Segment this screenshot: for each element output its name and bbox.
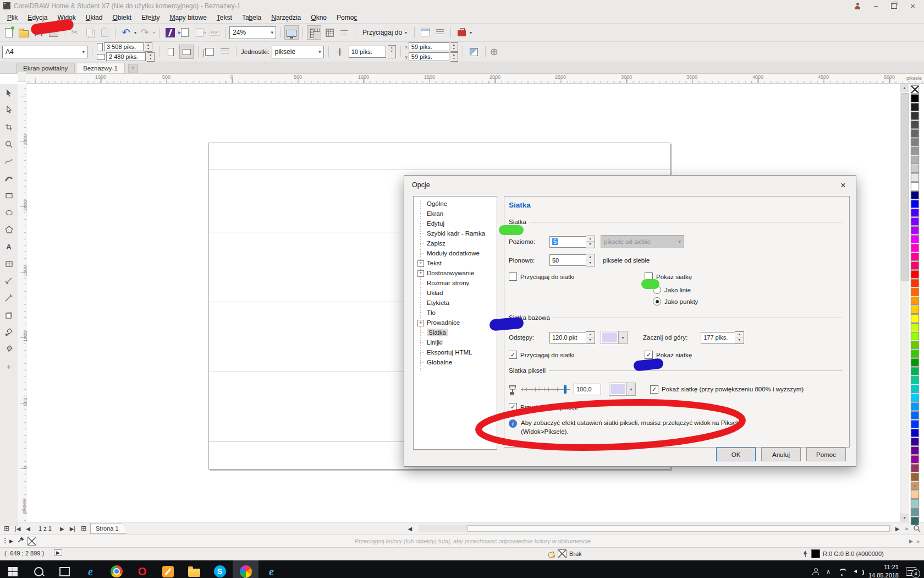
cancel-button[interactable]: Anuluj xyxy=(761,448,801,461)
tree-item-eksportuj-html[interactable]: Eksportuj HTML xyxy=(414,347,497,357)
palette-swatch[interactable] xyxy=(911,94,919,102)
taskbar-internet-explorer[interactable]: e xyxy=(258,560,284,578)
menu-plik[interactable]: Plik xyxy=(2,13,23,23)
palette-swatch[interactable] xyxy=(911,429,919,437)
import-button[interactable] xyxy=(178,26,191,39)
arrow-right-icon[interactable]: ▶ xyxy=(909,538,913,544)
palette-swatch[interactable] xyxy=(911,200,919,208)
drag-handle-icon[interactable] xyxy=(4,538,6,544)
pionowo-spinner[interactable]: ▴▾ xyxy=(586,254,595,266)
taskbar-opera[interactable]: O xyxy=(129,560,155,578)
palette-swatch[interactable] xyxy=(911,191,919,199)
all-pages-button[interactable] xyxy=(203,45,216,58)
scroll-left-button[interactable]: ◀ xyxy=(406,526,414,532)
customization-button[interactable] xyxy=(433,26,447,39)
duplicate-x-field[interactable]: 59 piks. xyxy=(409,42,449,51)
taskbar-clock[interactable]: 11:21 14.05.2018 xyxy=(868,563,899,578)
palette-swatch[interactable] xyxy=(911,129,919,138)
help-button[interactable]: Pomoc xyxy=(806,448,846,461)
start-button[interactable] xyxy=(0,560,26,578)
palette-swatch[interactable] xyxy=(911,270,919,279)
palette-swatch[interactable] xyxy=(911,420,919,428)
palette-swatch[interactable] xyxy=(911,394,919,402)
tree-item-tekst[interactable]: +Tekst xyxy=(414,258,497,268)
pick-tool-icon[interactable] xyxy=(3,88,15,98)
tree-item-globalne[interactable]: Globalne xyxy=(414,357,497,367)
page-height-spinner[interactable]: ▴▾ xyxy=(147,52,155,62)
scroll-right-fast-button[interactable]: » xyxy=(903,526,910,532)
status-detail-button[interactable]: ▶ xyxy=(54,549,62,556)
tree-item-ogolne[interactable]: Ogólne xyxy=(414,199,497,209)
palette-swatch[interactable] xyxy=(911,253,919,261)
task-view-button[interactable] xyxy=(52,560,78,578)
first-page-button[interactable]: |◀ xyxy=(13,526,22,532)
palette-swatch[interactable] xyxy=(911,209,919,217)
taskbar-edge[interactable]: e xyxy=(78,560,103,578)
undo-button[interactable]: ↶ xyxy=(119,26,133,39)
taskbar-coreldraw[interactable] xyxy=(233,560,258,578)
toolbox-dropdown[interactable]: ▾ xyxy=(470,30,472,35)
open-button[interactable] xyxy=(17,26,30,39)
units-combobox[interactable]: piksele ▾ xyxy=(272,46,324,58)
tree-item-siatka[interactable]: Siatka xyxy=(414,328,497,337)
tab-document[interactable]: Beznazwy-1 xyxy=(76,63,125,73)
palette-swatch[interactable] xyxy=(911,350,919,358)
zoom-to-page-button[interactable] xyxy=(912,524,922,533)
palette-swatch[interactable] xyxy=(911,314,919,323)
add-perspective-icon[interactable]: ⊕ xyxy=(490,46,498,58)
play-icon[interactable]: ▶ xyxy=(9,538,13,544)
poziomo-spinner[interactable]: ▴▾ xyxy=(586,236,595,248)
copy-button[interactable] xyxy=(83,26,96,39)
expand-icon[interactable]: + xyxy=(417,320,424,326)
horizontal-scrollbar[interactable] xyxy=(419,525,891,532)
palette-swatch[interactable] xyxy=(911,138,919,146)
redo-button[interactable]: ↷ xyxy=(138,26,151,39)
palette-swatch[interactable] xyxy=(911,244,919,252)
dialog-title-bar[interactable]: Opcje × xyxy=(404,176,856,194)
palette-swatch[interactable] xyxy=(911,367,919,375)
tree-item-szybki-kadr[interactable]: Szybki kadr - Ramka xyxy=(414,228,497,238)
export-button[interactable] xyxy=(193,26,206,39)
tree-item-prowadnice[interactable]: +Prowadnice xyxy=(414,318,497,328)
tree-item-dostosowywanie[interactable]: +Dostosowywanie xyxy=(414,268,497,278)
tree-item-zapisz[interactable]: Zapisz xyxy=(414,238,497,248)
menu-obiekt[interactable]: Obiekt xyxy=(107,13,136,23)
crop-tool-icon[interactable] xyxy=(3,122,15,132)
scroll-right-button[interactable]: ▶ xyxy=(894,526,901,532)
paste-button[interactable] xyxy=(98,26,111,39)
nudge-spinner[interactable]: ▴▾ xyxy=(388,45,396,58)
treat-as-filled-button[interactable] xyxy=(468,45,481,58)
last-page-button[interactable]: ▶| xyxy=(68,526,77,532)
menu-narzedzia[interactable]: Narzędzia xyxy=(266,13,306,23)
palette-swatch[interactable] xyxy=(911,261,919,270)
artistic-media-tool-icon[interactable] xyxy=(3,173,15,183)
palette-swatch[interactable] xyxy=(911,411,919,419)
add-page-icon[interactable]: ⊞ xyxy=(79,525,88,532)
duplicate-y-field[interactable]: 59 piks. xyxy=(409,52,449,61)
tree-item-tlo[interactable]: Tło xyxy=(414,308,497,318)
snap-to-grid-checkbox[interactable] xyxy=(509,272,517,281)
publish-pdf-button[interactable]: PDF xyxy=(208,26,221,39)
redo-dropdown[interactable]: ▾ xyxy=(153,30,155,35)
toolbox-button[interactable] xyxy=(455,26,468,39)
odstepy-spinner[interactable]: ▴▾ xyxy=(586,331,595,344)
duplicate-x-spinner[interactable]: ▴▾ xyxy=(450,42,458,52)
palette-swatch[interactable] xyxy=(911,490,919,499)
baseline-grid-color-combobox[interactable]: ▾ xyxy=(601,331,628,344)
expand-icon[interactable]: + xyxy=(417,270,424,277)
show-grid-button[interactable] xyxy=(323,26,336,39)
vertical-scrollbar-thumb[interactable] xyxy=(901,93,909,281)
palette-swatch[interactable] xyxy=(911,165,919,173)
tree-item-uklad[interactable]: Układ xyxy=(414,288,497,298)
dialog-close-icon[interactable]: × xyxy=(838,181,848,190)
double-arrow-icon[interactable]: » xyxy=(916,538,920,544)
expand-icon[interactable]: + xyxy=(417,260,424,267)
palette-swatch[interactable] xyxy=(911,288,919,296)
search-button[interactable] xyxy=(26,560,52,578)
palette-swatch[interactable] xyxy=(911,455,919,464)
current-page-button[interactable] xyxy=(218,45,232,58)
palette-swatch[interactable] xyxy=(911,323,919,331)
palette-swatch[interactable] xyxy=(911,385,919,393)
restore-button[interactable] xyxy=(891,3,897,9)
slider-handle[interactable] xyxy=(564,385,566,394)
